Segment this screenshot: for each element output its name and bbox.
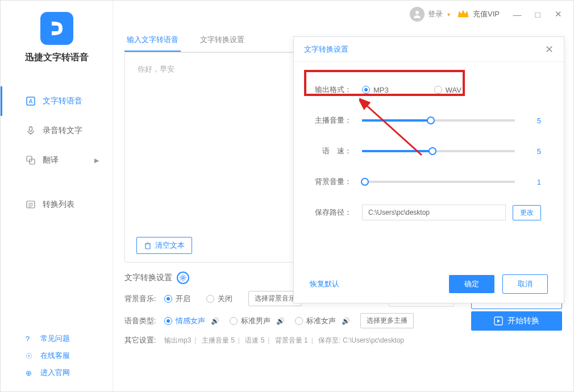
row-path: 保存路径： 更改 [306, 197, 541, 228]
minimize-button[interactable]: — [509, 10, 526, 19]
radio-voice-1[interactable]: 情感女声 [164, 316, 205, 326]
nav-label: 转换列表 [43, 199, 74, 210]
nav-item-stt[interactable]: 录音转文字 [1, 116, 113, 145]
cancel-button[interactable]: 取消 [502, 274, 548, 294]
speaker-icon: 🔊 [342, 317, 350, 325]
crown-icon [457, 8, 469, 20]
nav-item-tts[interactable]: A 文字转语音 [1, 86, 113, 116]
logo-box: 迅捷文字转语音 [1, 1, 113, 69]
nav: A 文字转语音 录音转文字 翻译 ▶ 转换列表 [1, 86, 113, 219]
radio-voice-2[interactable]: 标准男声 [230, 316, 271, 326]
list-icon [26, 199, 36, 210]
chevron-right-icon: ▶ [94, 157, 99, 164]
link-support[interactable]: ☉在线客服 [26, 347, 113, 364]
trash-icon [144, 241, 152, 249]
slider-volume[interactable] [362, 119, 515, 122]
svg-rect-7 [145, 244, 150, 249]
settings-dialog: 文字转换设置 ✕ 输出格式： MP3 WAV 主播音量： 5 语 速： [293, 36, 564, 303]
svg-text:A: A [29, 98, 33, 105]
speaker-icon: 🔊 [276, 317, 285, 325]
row-speed: 语 速： 5 [306, 136, 541, 166]
row-output-format: 输出格式： MP3 WAV [306, 74, 541, 105]
settings-summary: 输出mp3| 主播音量 5| 语速 5| 背景音量 1| 保存至: C:\Use… [164, 336, 404, 345]
nav-item-translate[interactable]: 翻译 ▶ [1, 145, 113, 175]
svg-point-8 [182, 277, 184, 279]
speaker-icon: 🔊 [211, 317, 219, 325]
radio-bg-off[interactable]: 关闭 [206, 294, 232, 304]
vip-link[interactable]: 充值VIP [473, 9, 500, 19]
slider-speed[interactable] [362, 150, 515, 152]
nav-label: 录音转文字 [43, 126, 82, 136]
mic-icon [26, 126, 36, 136]
tab-input[interactable]: 输入文字转语音 [124, 28, 181, 52]
dialog-title: 文字转换设置 [304, 44, 348, 55]
radio-mp3[interactable]: MP3 [362, 86, 389, 94]
row-voice-type: 语音类型: 情感女声 🔊 标准男声 🔊 标准女声 🔊 选择更多主播 开始转换 [124, 313, 562, 328]
clear-button[interactable]: 清空文本 [136, 237, 192, 254]
svg-point-6 [415, 11, 419, 14]
app-logo [40, 12, 73, 45]
start-button[interactable]: 开始转换 [471, 311, 562, 331]
slider-bg[interactable] [362, 181, 515, 183]
link-faq[interactable]: ?常见问题 [26, 330, 113, 347]
chevron-down-icon[interactable]: ▾ [447, 11, 450, 18]
svg-rect-2 [30, 127, 32, 131]
translate-icon [26, 155, 36, 165]
row-volume: 主播音量： 5 [306, 105, 541, 136]
nav-label: 翻译 [43, 155, 59, 165]
avatar[interactable] [410, 7, 425, 22]
dialog-close-button[interactable]: ✕ [545, 43, 554, 56]
row-other: 其它设置: 输出mp3| 主播音量 5| 语速 5| 背景音量 1| 保存至: … [124, 335, 562, 345]
radio-wav[interactable]: WAV [434, 86, 461, 94]
nav-item-list[interactable]: 转换列表 [1, 190, 113, 219]
login-link[interactable]: 登录 [428, 9, 443, 19]
nav-label: 文字转语音 [43, 96, 82, 106]
radio-voice-3[interactable]: 标准女声 [295, 316, 336, 326]
link-website[interactable]: ⊕进入官网 [26, 364, 113, 381]
question-icon: ? [26, 335, 35, 343]
app-name: 迅捷文字转语音 [1, 52, 113, 64]
more-voices-button[interactable]: 选择更多主播 [360, 313, 414, 328]
path-input[interactable] [362, 205, 506, 220]
ok-button[interactable]: 确定 [449, 275, 494, 293]
radio-bg-on[interactable]: 开启 [164, 294, 190, 304]
titlebar: 登录 ▾ 充值VIP — □ ✕ [113, 1, 573, 28]
maximize-button[interactable]: □ [529, 10, 546, 19]
text-icon: A [26, 96, 36, 106]
change-path-button[interactable]: 更改 [513, 205, 541, 220]
tab-settings[interactable]: 文字转换设置 [198, 28, 247, 52]
gear-icon[interactable] [177, 272, 189, 284]
sidebar: 迅捷文字转语音 A 文字转语音 录音转文字 翻译 ▶ 转换列表 ?常见问题 [1, 1, 113, 391]
row-bg-volume: 背景音量： 1 [306, 166, 541, 197]
restore-defaults-link[interactable]: 恢复默认 [310, 279, 339, 289]
bottom-links: ?常见问题 ☉在线客服 ⊕进入官网 [1, 322, 113, 391]
close-button[interactable]: ✕ [550, 9, 567, 19]
main: 登录 ▾ 充值VIP — □ ✕ 输入文字转语音 文字转换设置 你好，早安 清空… [113, 1, 573, 391]
play-icon [494, 316, 503, 326]
headset-icon: ☉ [26, 352, 35, 360]
globe-icon: ⊕ [26, 369, 35, 377]
